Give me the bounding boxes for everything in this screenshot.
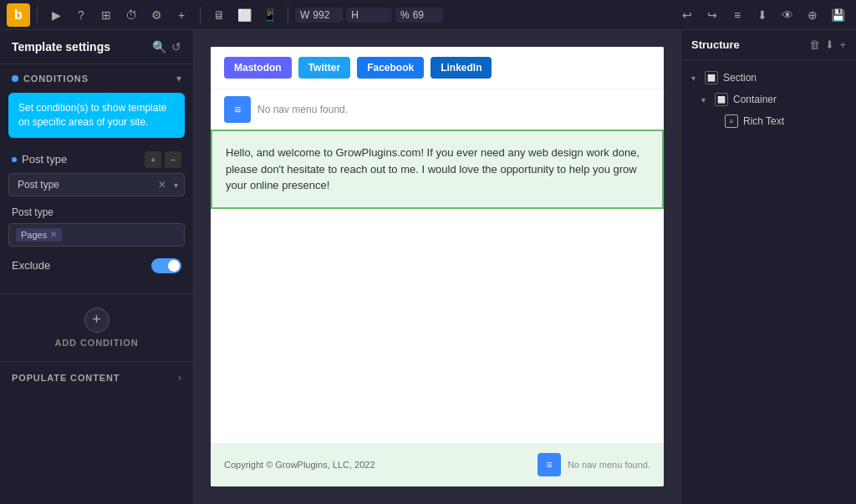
conditions-chevron: ▾ (176, 73, 181, 84)
main-area: Template settings 🔍 ↺ CONDITIONS ▾ Set c… (0, 30, 856, 504)
section-chevron-icon: ▾ (691, 74, 700, 83)
exclude-row: Exclude (8, 253, 185, 278)
select-clear-icon[interactable]: ✕ (158, 179, 166, 191)
tree-item-container[interactable]: ▾ ⬜ Container (681, 89, 856, 110)
responsive-mobile-button[interactable]: 📱 (257, 3, 281, 27)
top-toolbar: b ▶ ? ⊞ ⏱ ⚙ + 🖥 ⬜ 📱 W H % ↩ ↪ ≡ ⬇ 👁 ⊕ 💾 (0, 0, 856, 30)
responsive-desktop-button[interactable]: 🖥 (207, 3, 231, 27)
content-banner: Hello, and welcome to GrowPlugins.com! I… (211, 130, 664, 209)
panel-header-icons: 🔍 ↺ (152, 40, 181, 53)
eye-button[interactable]: 👁 (776, 3, 799, 27)
canvas-menu-bar: ≡ No nav menu found. (211, 89, 664, 130)
right-panel-icons: 🗑 ⬇ + (809, 38, 846, 51)
undo-button[interactable]: ↩ (675, 3, 699, 27)
add-button[interactable]: + (170, 3, 193, 27)
condition-add-btn[interactable]: + (145, 151, 161, 168)
settings-button[interactable]: ⚙ (145, 3, 168, 27)
populate-section[interactable]: POPULATE CONTENT › (0, 361, 193, 394)
wordpress-button[interactable]: ⊕ (801, 3, 824, 27)
help-button[interactable]: ? (69, 3, 93, 27)
facebook-button[interactable]: Facebook (357, 57, 424, 79)
left-panel: Template settings 🔍 ↺ CONDITIONS ▾ Set c… (0, 30, 194, 504)
refresh-icon[interactable]: ↺ (171, 40, 181, 53)
populate-label: POPULATE CONTENT (12, 373, 120, 383)
canvas-content: Mastodon Twitter Facebook LinkedIn ≡ No … (211, 47, 664, 486)
conditions-info-text: Set condition(s) to show template on spe… (18, 102, 166, 128)
download-structure-icon[interactable]: ⬇ (825, 38, 834, 51)
add-structure-icon[interactable]: + (839, 38, 846, 51)
pages-tag-remove[interactable]: ✕ (50, 230, 57, 239)
populate-chevron: › (178, 372, 181, 384)
add-condition-label: ADD CONDITION (54, 338, 138, 348)
section-box-icon: ⬜ (705, 71, 718, 84)
linkedin-button[interactable]: LinkedIn (431, 57, 492, 79)
tree-item-richtext[interactable]: ≡ Rich Text (681, 110, 856, 132)
richtext-label: Rich Text (743, 115, 784, 127)
toolbar-right-group: ↩ ↪ ≡ ⬇ 👁 ⊕ 💾 (675, 3, 849, 27)
zoom-label: % (400, 9, 410, 21)
redo-button[interactable]: ↪ (701, 3, 724, 27)
pages-tag-input[interactable]: Pages ✕ (8, 223, 185, 247)
condition-group: Post type + − Post type ✕ ▾ (0, 146, 193, 293)
separator-3 (288, 7, 288, 23)
twitter-button[interactable]: Twitter (298, 57, 350, 79)
height-label: H (351, 9, 359, 21)
post-type-sublabel: Post type (8, 203, 185, 218)
responsive-tablet-button[interactable]: ⬜ (232, 3, 256, 27)
save-button[interactable]: 💾 (826, 3, 849, 27)
condition-actions: + − (145, 151, 181, 168)
footer-menu: ≡ No nav menu found. (538, 453, 650, 476)
brand-logo[interactable]: b (7, 3, 30, 27)
container-box-icon: ⬜ (715, 93, 728, 106)
download-button[interactable]: ⬇ (751, 3, 774, 27)
condition-dot (12, 157, 17, 162)
zoom-input-group: % (395, 8, 443, 23)
conditions-info-box: Set condition(s) to show template on spe… (8, 93, 185, 138)
conditions-section: CONDITIONS ▾ Set condition(s) to show te… (0, 64, 193, 361)
container-label: Container (733, 94, 777, 105)
conditions-header[interactable]: CONDITIONS ▾ (0, 64, 193, 93)
richtext-lines-icon: ≡ (725, 115, 738, 128)
layers-button[interactable]: ⊞ (94, 3, 118, 27)
content-text: Hello, and welcome to GrowPlugins.com! I… (226, 146, 639, 191)
structure-title: Structure (691, 38, 740, 51)
height-input[interactable] (362, 9, 387, 21)
tree-item-section[interactable]: ▾ ⬜ Section (681, 67, 856, 89)
width-input-group: W (295, 8, 343, 23)
width-input[interactable] (313, 9, 338, 21)
condition-remove-btn[interactable]: − (165, 151, 181, 168)
footer-menu-icon: ≡ (538, 453, 561, 476)
canvas-area[interactable]: Mastodon Twitter Facebook LinkedIn ≡ No … (194, 30, 680, 504)
footer-copyright: Copyright © GrowPlugins, LLC, 2022 (224, 460, 375, 470)
canvas-footer: Copyright © GrowPlugins, LLC, 2022 ≡ No … (211, 443, 664, 486)
play-button[interactable]: ▶ (44, 3, 68, 27)
conditions-label: CONDITIONS (23, 74, 89, 84)
separator-2 (200, 7, 201, 23)
toolbar-responsive-group: 🖥 ⬜ 📱 (207, 3, 281, 27)
pages-tag-label: Pages (21, 230, 47, 240)
zoom-input[interactable] (413, 9, 438, 21)
nav-bar: Mastodon Twitter Facebook LinkedIn (211, 47, 664, 89)
structure-tree: ▾ ⬜ Section ▾ ⬜ Container ≡ Rich Text (681, 60, 856, 139)
pages-tag: Pages ✕ (16, 228, 62, 242)
menu-hamburger-icon: ≡ (224, 96, 251, 123)
footer-menu-text: No nav menu found. (568, 460, 650, 470)
delete-icon[interactable]: 🗑 (809, 38, 820, 51)
condition-select-wrapper: Post type ✕ ▾ (8, 173, 185, 196)
mastodon-button[interactable]: Mastodon (224, 57, 292, 79)
exclude-label: Exclude (12, 259, 50, 272)
menu-text: No nav menu found. (257, 104, 348, 115)
container-chevron-icon: ▾ (701, 95, 710, 104)
exclude-toggle[interactable] (151, 258, 181, 273)
add-condition-button[interactable]: + ADD CONDITION (0, 293, 193, 361)
width-label: W (300, 9, 309, 21)
history-button[interactable]: ⏱ (120, 3, 143, 27)
conditions-dot (12, 75, 18, 82)
search-icon[interactable]: 🔍 (152, 40, 166, 53)
panel-title: Template settings (12, 40, 110, 53)
separator-1 (37, 7, 38, 23)
hamburger-button[interactable]: ≡ (726, 3, 749, 27)
canvas-body (211, 209, 664, 443)
toolbar-nav-group: ▶ ? ⊞ ⏱ ⚙ + (44, 3, 193, 27)
toggle-knob (168, 260, 180, 272)
